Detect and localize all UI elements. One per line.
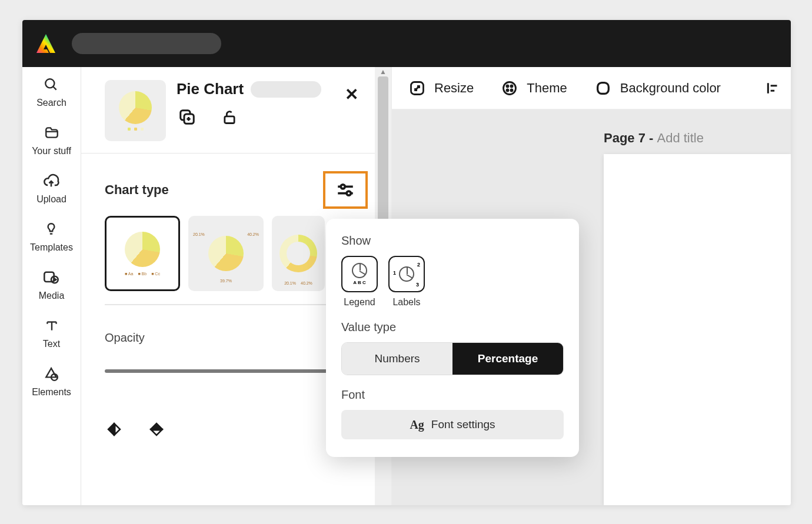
opacity-slider[interactable] (105, 369, 343, 373)
svg-point-18 (511, 85, 513, 86)
media-icon (43, 269, 59, 286)
nav-label: Your stuff (32, 146, 71, 156)
panel-title: Pie Chart (177, 80, 244, 98)
resize-icon (408, 79, 426, 97)
pie-icon (399, 266, 414, 282)
chart-settings-button[interactable] (323, 171, 368, 209)
nav-label: Upload (36, 194, 66, 205)
chart-settings-popover: Show A B C Legend 1 2 3 Labels Value typ… (326, 219, 579, 457)
nav-elements[interactable]: Elements (32, 366, 71, 398)
nav-media[interactable]: Media (39, 269, 65, 301)
flip-vertical-button[interactable] (147, 420, 166, 439)
page-number: Page 7 - (604, 131, 657, 145)
nav-text[interactable]: Text (43, 318, 60, 349)
nav-label: Text (43, 339, 60, 349)
duplicate-button[interactable] (178, 108, 197, 126)
document-title-placeholder[interactable] (72, 33, 221, 54)
value-type-label: Value type (341, 321, 564, 334)
nav-templates[interactable]: Templates (30, 221, 73, 253)
font-glyph-icon: Ag (410, 418, 424, 432)
scroll-thumb[interactable] (378, 76, 388, 229)
flip-horizontal-button[interactable] (105, 420, 124, 439)
nav-label: Media (39, 291, 65, 301)
legend-caption: Legend (344, 297, 375, 308)
search-icon (43, 76, 59, 93)
svg-point-0 (46, 79, 55, 88)
show-section-label: Show (341, 234, 564, 248)
shapes-icon (43, 366, 59, 382)
font-settings-button[interactable]: Ag Font settings (341, 410, 564, 439)
resize-button[interactable]: Resize (408, 79, 474, 97)
app-frame: Search Your stuff Upload Templates (22, 20, 791, 505)
svg-point-16 (504, 82, 516, 94)
value-type-segmented: Numbers Percentage (341, 342, 564, 375)
page-label[interactable]: Page 7 - Add title (604, 131, 704, 146)
nav-label: Templates (30, 242, 73, 253)
chart-type-pie[interactable]: ■ Aa■ Bb■ Cc (105, 216, 180, 291)
bgcolor-label: Background color (620, 81, 721, 96)
theme-label: Theme (527, 81, 567, 96)
text-icon (44, 318, 60, 334)
page-canvas[interactable] (604, 154, 791, 505)
top-bar (22, 20, 791, 67)
adobe-logo-icon[interactable] (34, 32, 58, 55)
labels-caption: Labels (392, 297, 420, 308)
value-type-numbers[interactable]: Numbers (342, 343, 452, 375)
templates-icon (43, 221, 59, 238)
show-labels-toggle[interactable]: 1 2 3 Labels (388, 256, 425, 308)
resize-label: Resize (434, 81, 474, 96)
nav-your-stuff[interactable]: Your stuff (32, 125, 71, 156)
svg-point-19 (507, 89, 508, 91)
page-title-placeholder[interactable]: Add title (657, 131, 704, 145)
close-panel-button[interactable]: ✕ (345, 85, 358, 104)
theme-button[interactable]: Theme (501, 79, 567, 97)
chart-type-pie-labeled[interactable]: 20.1% 40.2% 39.7% (188, 216, 264, 291)
chart-type-donut[interactable]: 20.1%40.2% (272, 216, 325, 291)
svg-line-1 (54, 86, 56, 89)
font-settings-label: Font settings (431, 418, 495, 431)
svg-point-17 (507, 85, 508, 86)
chart-thumbnail (105, 80, 166, 141)
canvas-toolbar: Resize Theme Background color (392, 67, 791, 109)
svg-point-10 (341, 185, 345, 189)
theme-icon (501, 79, 518, 97)
title-suffix-pill (251, 81, 321, 98)
nav-upload[interactable]: Upload (36, 173, 66, 205)
background-color-icon (594, 79, 612, 97)
folder-icon (44, 125, 60, 141)
show-legend-toggle[interactable]: A B C Legend (341, 256, 378, 308)
font-section-label: Font (341, 388, 564, 402)
cloud-upload-icon (43, 173, 59, 189)
svg-point-20 (511, 89, 513, 91)
value-type-percentage[interactable]: Percentage (452, 343, 563, 375)
unlock-button[interactable] (220, 108, 239, 126)
svg-point-12 (347, 191, 351, 195)
align-button-partial[interactable] (756, 67, 791, 109)
svg-rect-8 (225, 116, 234, 124)
pie-icon (352, 263, 367, 278)
left-nav: Search Your stuff Upload Templates (22, 67, 81, 505)
nav-label: Search (36, 98, 66, 108)
background-color-button[interactable]: Background color (594, 79, 721, 97)
scroll-up-arrow-icon[interactable]: ▲ (375, 67, 391, 76)
nav-search[interactable]: Search (36, 76, 66, 108)
svg-rect-21 (597, 82, 608, 94)
chart-type-label: Chart type (105, 182, 169, 198)
nav-label: Elements (32, 387, 71, 398)
